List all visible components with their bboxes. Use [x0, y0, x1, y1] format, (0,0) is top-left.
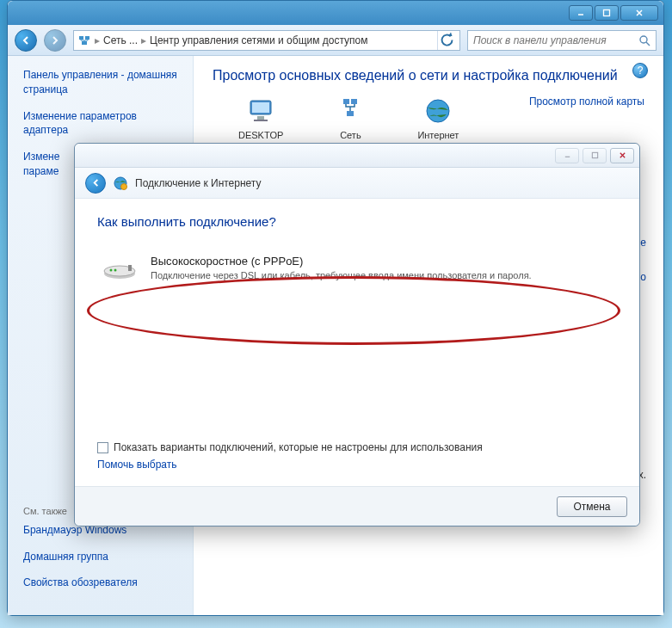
svg-rect-22 [128, 265, 132, 271]
modem-icon [101, 255, 139, 280]
dialog-header: Подключение к Интернету [75, 168, 639, 199]
search-box[interactable] [467, 30, 657, 51]
wizard-globe-icon [113, 175, 128, 191]
svg-point-19 [121, 183, 127, 189]
show-unconfigured-label: Показать варианты подключений, которые н… [114, 441, 483, 453]
dialog-maximize-button[interactable] [583, 148, 607, 163]
svg-rect-3 [85, 36, 89, 40]
option-title: Высокоскоростное (с PPPoE) [151, 255, 532, 268]
svg-point-5 [640, 36, 647, 43]
globe-icon [422, 95, 453, 126]
homegroup-link[interactable]: Домашняя группа [23, 550, 177, 564]
search-icon [638, 34, 650, 46]
dialog-title: Подключение к Интернету [135, 177, 262, 189]
dialog-close-button[interactable] [610, 148, 634, 163]
checkbox-icon [97, 442, 108, 453]
dialog-button-row: Отмена [75, 486, 639, 526]
nav-forward-button[interactable] [44, 29, 66, 52]
maximize-button[interactable] [595, 5, 619, 21]
svg-rect-17 [592, 152, 597, 157]
pppoe-option[interactable]: Высокоскоростное (с PPPoE) Подключение ч… [97, 249, 617, 287]
connect-to-internet-dialog: Подключение к Интернету Как выполнить по… [74, 143, 640, 526]
breadcrumb-sep-icon: ▸ [95, 34, 100, 46]
desktop-icon [245, 95, 276, 126]
dialog-question: Как выполнить подключение? [97, 214, 617, 229]
network-hub-icon [335, 95, 366, 126]
dialog-titlebar [75, 144, 639, 168]
refresh-button[interactable] [437, 31, 456, 50]
network-icon [77, 34, 91, 47]
internet-label: Интернет [417, 130, 459, 140]
dialog-body: Как выполнить подключение? Высокоскорост… [75, 199, 639, 486]
close-button[interactable] [620, 5, 658, 21]
network-icon-col: Сеть [335, 95, 366, 140]
svg-rect-9 [257, 116, 264, 120]
cancel-button[interactable]: Отмена [557, 496, 627, 517]
search-input[interactable] [473, 34, 635, 46]
dialog-back-button[interactable] [85, 173, 106, 194]
svg-rect-10 [254, 120, 268, 121]
internet-icon-col: Интернет [417, 95, 459, 140]
svg-rect-2 [79, 36, 83, 40]
breadcrumb-network[interactable]: Сеть ... [103, 34, 138, 46]
svg-rect-8 [252, 102, 269, 113]
svg-rect-1 [604, 10, 610, 16]
nav-back-button[interactable] [15, 29, 37, 52]
svg-rect-13 [347, 111, 354, 116]
window-titlebar [8, 1, 663, 25]
help-button[interactable]: ? [632, 63, 648, 78]
network-label: Сеть [340, 130, 361, 140]
svg-line-6 [646, 42, 650, 46]
this-pc-icon-col: DESKTOP [238, 95, 283, 140]
svg-point-23 [110, 269, 113, 272]
breadcrumb-center[interactable]: Центр управления сетями и общим доступом [150, 34, 368, 46]
desktop-label: DESKTOP [238, 130, 283, 140]
toolbar-row: ▸ Сеть ... ▸ Центр управления сетями и о… [8, 25, 663, 56]
internet-options-link[interactable]: Свойства обозревателя [23, 576, 177, 590]
view-full-map-link[interactable]: Просмотр полной карты [529, 95, 644, 108]
svg-rect-11 [343, 99, 349, 104]
address-bar[interactable]: ▸ Сеть ... ▸ Центр управления сетями и о… [73, 30, 460, 51]
svg-rect-12 [351, 99, 357, 104]
show-unconfigured-checkbox[interactable]: Показать варианты подключений, которые н… [97, 441, 617, 453]
option-description: Подключение через DSL или кабель, требую… [151, 269, 532, 282]
minimize-button[interactable] [569, 5, 593, 21]
option-text: Высокоскоростное (с PPPoE) Подключение ч… [151, 255, 532, 282]
change-adapter-settings-link[interactable]: Изменение параметров адаптера [23, 109, 177, 139]
dialog-footer-area: Показать варианты подключений, которые н… [97, 441, 617, 471]
page-title: Просмотр основных сведений о сети и наст… [213, 68, 644, 83]
breadcrumb-sep-icon: ▸ [141, 34, 146, 46]
control-panel-home-link[interactable]: Панель управления - домашняя страница [23, 68, 177, 97]
svg-point-24 [114, 269, 117, 272]
dialog-minimize-button[interactable] [555, 148, 579, 163]
help-choose-link[interactable]: Помочь выбрать [97, 459, 617, 471]
